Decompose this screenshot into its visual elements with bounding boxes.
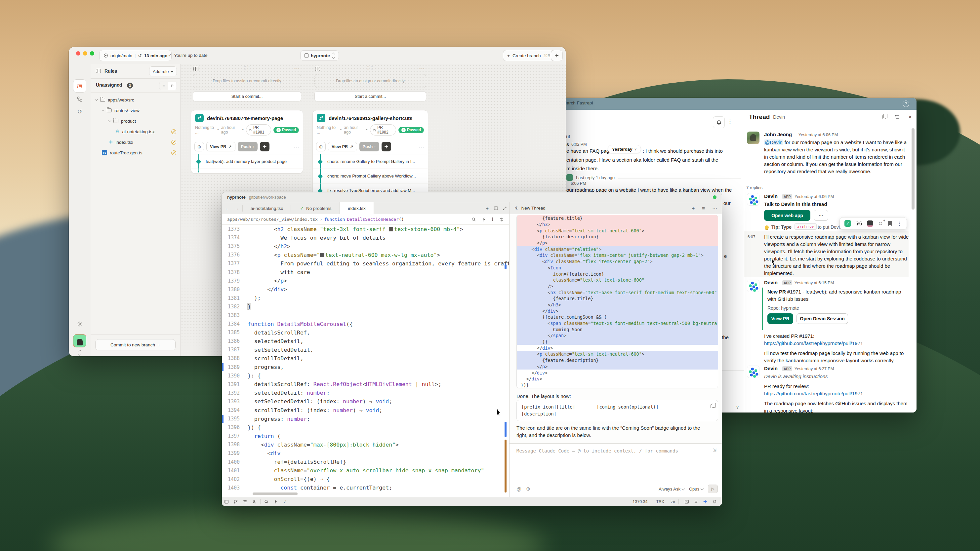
split-pane-icon[interactable] [492,202,500,214]
workspace-tab[interactable] [73,79,86,92]
code-line[interactable]: 1376 <p className="text-neutral-600 max-… [222,251,509,259]
branches-tab[interactable] [73,92,86,106]
avatar-devin[interactable] [747,193,759,206]
pr-link[interactable]: https://github.com/fastrepl/hyprnote/pul… [764,390,910,397]
file-tree-item[interactable]: apps/web/src [91,95,180,105]
eyes-emoji-button[interactable] [856,221,862,225]
horizontal-scrollbar-thumb[interactable] [253,492,298,495]
add-rule-button[interactable]: Add rule+ [149,67,177,76]
file-tree-item[interactable]: routes/_view [91,105,180,116]
thread-scrollbar[interactable] [912,128,915,210]
close-button[interactable] [76,51,80,56]
zoom-button[interactable] [90,51,94,56]
collapse-chevrons[interactable] [73,346,86,356]
send-button[interactable]: ▷ [708,484,718,493]
mention[interactable]: @Devin [764,140,783,145]
branch-card[interactable]: devin/1764380749-memory-pageNothing to .… [191,110,303,173]
code-line[interactable]: 1397 return ( [222,432,509,440]
user-avatar[interactable] [73,334,86,348]
help-icon[interactable]: ? [903,100,909,107]
check-emoji-button[interactable]: ✓ [845,220,851,227]
drop-zone[interactable]: Drop files to assign or commit directly [193,74,301,88]
pr-link[interactable]: https://github.com/fastrepl/hyprnote/pul… [764,340,910,347]
more-options-icon[interactable]: ⋮ [727,118,733,125]
model-select[interactable]: Opus [689,487,703,492]
context-target-icon[interactable]: ⊕ [526,486,530,492]
code-line[interactable]: 1373 <h2 className="text-3xl font-serif … [222,225,509,233]
bell-icon[interactable] [713,116,725,128]
chevron-down-icon[interactable] [95,98,98,101]
code-line[interactable]: 1377 From powerful editing to seamless o… [222,259,509,268]
zed-channel-icon[interactable]: z» [671,499,675,504]
create-branch-button[interactable]: +Create branch ⌘B [503,50,554,61]
code-line[interactable]: 1399 <div [222,449,509,457]
diff-code-block[interactable]: {feature.title} </h3> <p className="text… [517,215,718,388]
expand-icon[interactable] [500,202,509,214]
new-thread-icon[interactable]: + [692,205,695,211]
ai-commit-button[interactable] [260,142,269,151]
avatar-devin[interactable] [747,279,759,292]
code-line[interactable]: 1383 [222,311,509,320]
code-line[interactable]: 1396}) { [222,423,509,432]
new-tab-icon[interactable]: + [483,202,492,214]
more-message-actions-icon[interactable]: ⋮ [897,221,902,227]
code-line[interactable]: 1394 scrollToDetail: (index: number) ⇒ v… [222,406,509,414]
commit-to-new-branch-button[interactable]: Commit to new branch+ [95,339,175,350]
ai-actions-button[interactable] [551,50,563,61]
project-switcher[interactable]: hyprnote [300,50,339,61]
last-reply-label[interactable]: Last reply 1 day ago [576,175,615,180]
avatar[interactable] [747,132,759,144]
code-line[interactable]: 1400 ref={detailsScrollRef} [222,458,509,466]
tree-view-toggle[interactable] [168,82,177,90]
code-line[interactable]: 1398 <div className="max-[800px]:block h… [222,440,509,449]
settings-icon[interactable] [73,317,86,330]
code-line[interactable]: 1381 ); [222,294,509,302]
collab-icon[interactable] [250,499,259,504]
code-line[interactable]: 1392 selectedDetail: number; [222,389,509,397]
add-reaction-icon[interactable]: ☺ [878,221,883,226]
message-author[interactable]: Devin [764,193,778,199]
chevron-down-icon[interactable] [108,119,111,122]
project-panel-icon[interactable] [222,499,231,504]
minimize-button[interactable] [83,51,87,56]
checks-icon[interactable]: ✓ [280,499,290,504]
copy-icon[interactable] [711,404,714,408]
code-line[interactable]: 1401 className="overflow-x-auto scrollba… [222,466,509,475]
pr-pill[interactable]: PR #1981 [246,124,271,135]
lane-assign-icon[interactable] [315,67,320,71]
message-timestamp[interactable]: Yesterday at 6:15 PM [794,281,834,285]
date-divider-pill[interactable]: Yesterday∨ [608,145,641,153]
inline-assist-icon[interactable]: I [492,217,493,222]
open-in-window-icon[interactable] [883,115,886,119]
thread-options-icon[interactable]: ≡ [702,205,705,211]
assistant-input-area[interactable]: Message Claude Code — @ to include conte… [509,443,722,497]
problems-indicator[interactable]: ✓ No problems [293,202,339,214]
message-timestamp[interactable]: Yesterday at 6:06 PM [799,133,838,137]
branch-name[interactable]: devin/1764380749-memory-page [207,115,283,121]
code-line[interactable]: 1389 progress, [222,363,509,372]
drop-zone[interactable]: Drop files to assign or commit directly [315,74,426,88]
list-view-toggle[interactable]: ≡ [159,82,168,90]
share-indicator[interactable] [713,195,716,199]
code-line[interactable]: 1402 onScroll={(e) ⇒ { [222,475,509,484]
assign-files-button[interactable]: ⊕ [316,142,326,151]
card-menu-icon[interactable]: ··· [294,144,299,149]
code-line[interactable]: 1403 const container = e.currentTarget; [222,484,509,492]
terminal-icon[interactable] [682,499,691,504]
commit-row[interactable]: chore: rename Gallery to Prompt Gallery … [313,154,428,168]
code-line[interactable]: 1374 We focus on every bit of details [222,233,509,242]
message-author[interactable]: John Jeong [764,132,792,137]
code-line[interactable]: 1378 with care [222,268,509,276]
start-commit-button[interactable]: Start a commit... [193,91,301,102]
expand-input-icon[interactable]: ⇲ [713,448,716,453]
slack-search-input[interactable]: Search Fastrepl [562,100,593,105]
tab-ai-notetaking[interactable]: ai-notetaking.tsx [244,202,290,214]
file-tree-item[interactable]: TSrouteTree.gen.ts [91,148,180,158]
chevron-down-icon[interactable] [102,108,105,112]
code-line[interactable]: 1375 </h2> [222,242,509,251]
diagnostics-icon[interactable] [271,499,280,504]
outline-icon[interactable] [240,499,250,504]
search-icon[interactable] [471,217,476,222]
push-button[interactable]: Push ↑ [238,142,258,151]
technologist-emoji-button[interactable] [867,221,873,227]
